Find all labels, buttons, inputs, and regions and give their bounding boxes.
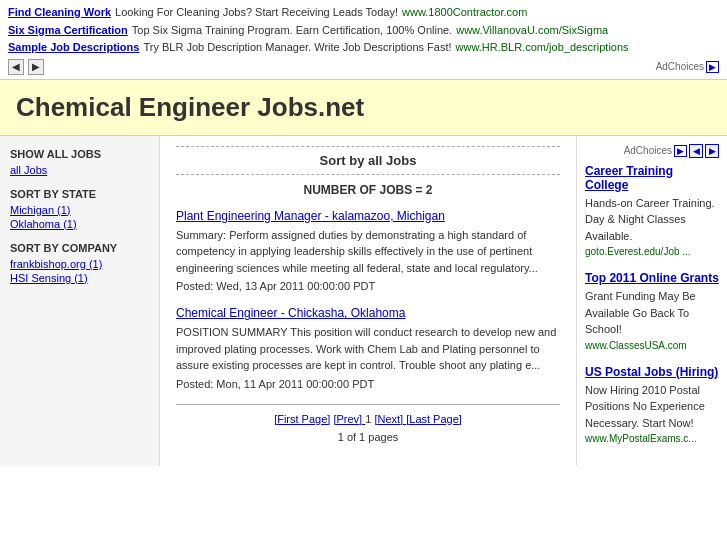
right-ad-url[interactable]: goto.Everest.edu/Job ...	[585, 246, 719, 257]
pagination-next[interactable]: [Next]	[374, 413, 406, 425]
adchoices-row: AdChoices ▶	[656, 61, 719, 73]
page-count: 1 of 1 pages	[176, 431, 560, 443]
right-adchoices-label: AdChoices	[624, 145, 672, 156]
job-posted: Posted: Mon, 11 Apr 2011 00:00:00 PDT	[176, 378, 560, 390]
state-link[interactable]: Oklahoma (1)	[10, 218, 149, 230]
right-sidebar: AdChoices ▶ ◀ ▶ Career Training College …	[577, 136, 727, 467]
job-count: NUMBER OF JOBS = 2	[176, 183, 560, 197]
main-layout: SHOW ALL JOBS all Jobs SORT BY STATE Mic…	[0, 136, 727, 467]
sort-by-state-heading: SORT BY STATE	[10, 188, 149, 200]
right-adchoices-row: AdChoices ▶ ◀ ▶	[585, 144, 719, 158]
state-link[interactable]: Michigan (1)	[10, 204, 149, 216]
ad-link[interactable]: Sample Job Descriptions	[8, 39, 139, 57]
company-link[interactable]: HSI Sensing (1)	[10, 272, 149, 284]
site-header: Chemical Engineer Jobs.net	[0, 80, 727, 136]
ad-next-button[interactable]: ▶	[28, 59, 44, 75]
job-description: Summary: Perform assigned duties by demo…	[176, 227, 560, 277]
job-listings: Plant Engineering Manager - kalamazoo, M…	[176, 209, 560, 390]
right-ad-block: Career Training College Hands-on Career …	[585, 164, 719, 258]
job-title-link[interactable]: Chemical Engineer - Chickasha, Oklahoma	[176, 306, 405, 320]
pagination-current: 1	[365, 413, 371, 425]
job-entry: Plant Engineering Manager - kalamazoo, M…	[176, 209, 560, 293]
state-links: Michigan (1)Oklahoma (1)	[10, 204, 149, 230]
right-ad-title[interactable]: Top 2011 Online Grants	[585, 271, 719, 285]
right-ad-block: US Postal Jobs (Hiring) Now Hiring 2010 …	[585, 365, 719, 445]
center-content: Sort by all Jobs NUMBER OF JOBS = 2 Plan…	[160, 136, 577, 467]
right-ads: Career Training College Hands-on Career …	[585, 164, 719, 445]
job-entry: Chemical Engineer - Chickasha, Oklahoma …	[176, 306, 560, 390]
left-sidebar: SHOW ALL JOBS all Jobs SORT BY STATE Mic…	[0, 136, 160, 467]
ad-text: Try BLR Job Description Manager. Write J…	[143, 39, 451, 57]
right-ad-url[interactable]: www.ClassesUSA.com	[585, 340, 719, 351]
ad-navigation: ◀ ▶ AdChoices ▶	[8, 59, 719, 75]
company-link[interactable]: frankbishop.org (1)	[10, 258, 149, 270]
right-ad-nav: ◀ ▶	[689, 144, 719, 158]
right-ad-title[interactable]: Career Training College	[585, 164, 719, 192]
company-links: frankbishop.org (1)HSI Sensing (1)	[10, 258, 149, 284]
ad-row: Sample Job DescriptionsTry BLR Job Descr…	[8, 39, 719, 57]
pagination-prev[interactable]: [Prev]	[333, 413, 365, 425]
pagination-first[interactable]: [First Page]	[274, 413, 330, 425]
right-ad-text: Hands-on Career Training. Day & Night Cl…	[585, 195, 719, 245]
ad-text: Top Six Sigma Training Program. Earn Cer…	[132, 22, 452, 40]
pagination-last[interactable]: [Last Page]	[406, 413, 462, 425]
sort-header: Sort by all Jobs	[176, 146, 560, 175]
ad-prev-button[interactable]: ◀	[8, 59, 24, 75]
ad-url[interactable]: www.VillanovaU.com/SixSigma	[456, 22, 608, 40]
adchoices-icon[interactable]: ▶	[706, 61, 719, 73]
right-adchoices-icon[interactable]: ▶	[674, 145, 687, 157]
sort-by-company-heading: SORT BY COMPANY	[10, 242, 149, 254]
ad-row: Six Sigma CertificationTop Six Sigma Tra…	[8, 22, 719, 40]
right-next-button[interactable]: ▶	[705, 144, 719, 158]
ad-link[interactable]: Find Cleaning Work	[8, 4, 111, 22]
right-ad-title[interactable]: US Postal Jobs (Hiring)	[585, 365, 719, 379]
site-title: Chemical Engineer Jobs.net	[16, 92, 364, 122]
job-posted: Posted: Wed, 13 Apr 2011 00:00:00 PDT	[176, 280, 560, 292]
right-ad-block: Top 2011 Online Grants Grant Funding May…	[585, 271, 719, 351]
ad-link[interactable]: Six Sigma Certification	[8, 22, 128, 40]
ad-row: Find Cleaning WorkLooking For Cleaning J…	[8, 4, 719, 22]
all-jobs-link[interactable]: all Jobs	[10, 164, 149, 176]
adchoices-label: AdChoices	[656, 61, 704, 72]
pagination-bar: [First Page] [Prev] 1 [Next] [Last Page]	[176, 404, 560, 425]
job-title-link[interactable]: Plant Engineering Manager - kalamazoo, M…	[176, 209, 445, 223]
job-description: POSITION SUMMARY This position will cond…	[176, 324, 560, 374]
right-ad-url[interactable]: www.MyPostalExams.c...	[585, 433, 719, 444]
ad-text: Looking For Cleaning Jobs? Start Receivi…	[115, 4, 398, 22]
show-all-jobs-heading: SHOW ALL JOBS	[10, 148, 149, 160]
ad-rows: Find Cleaning WorkLooking For Cleaning J…	[8, 4, 719, 57]
right-ad-text: Now Hiring 2010 Postal Positions No Expe…	[585, 382, 719, 432]
top-ads-section: Find Cleaning WorkLooking For Cleaning J…	[0, 0, 727, 80]
right-ad-text: Grant Funding May Be Available Go Back T…	[585, 288, 719, 338]
ad-url[interactable]: www.HR.BLR.com/job_descriptions	[456, 39, 629, 57]
right-prev-button[interactable]: ◀	[689, 144, 703, 158]
ad-url[interactable]: www.1800Contractor.com	[402, 4, 527, 22]
